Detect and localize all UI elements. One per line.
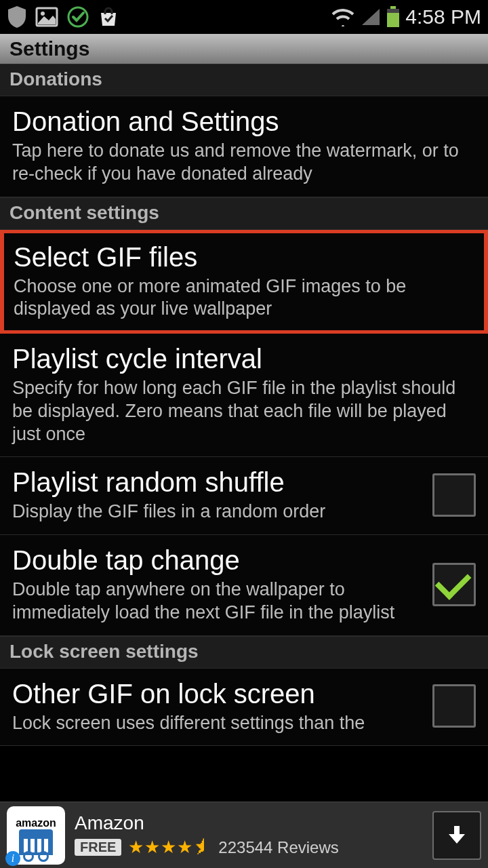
row-desc: Specify for how long each GIF file in th… (12, 377, 476, 446)
download-button[interactable] (432, 811, 481, 860)
row-title: Playlist random shuffle (12, 467, 419, 498)
svg-point-1 (41, 12, 45, 16)
row-lock-other-gif[interactable]: Other GIF on lock screen Lock screen use… (0, 669, 488, 747)
svg-rect-5 (387, 13, 399, 27)
ad-banner[interactable]: amazon i Amazon FREE ★★★★⯨ 223544 Review… (0, 802, 488, 868)
row-desc: Double tap anywhere on the wallpaper to … (12, 578, 419, 625)
row-donation-settings[interactable]: Donation and Settings Tap here to donate… (0, 96, 488, 197)
status-time: 4:58 PM (405, 5, 481, 28)
checkbox-lock-other-gif[interactable] (432, 684, 476, 728)
ad-stars: ★★★★⯨ (128, 837, 211, 858)
svg-rect-3 (390, 6, 396, 9)
cell-signal-icon (361, 7, 381, 26)
section-lockscreen-header: Lock screen settings (0, 636, 488, 669)
row-desc: Lock screen uses different settings than… (12, 712, 419, 735)
row-select-gif[interactable]: Select GIF files Choose one or more anim… (0, 230, 488, 334)
row-random-shuffle[interactable]: Playlist random shuffle Display the GIF … (0, 457, 488, 535)
picture-icon (35, 7, 58, 27)
row-desc: Choose one or more animated GIF images t… (14, 275, 474, 321)
row-title: Select GIF files (14, 241, 474, 273)
row-title: Other GIF on lock screen (12, 678, 419, 709)
section-content-header: Content settings (0, 197, 488, 230)
row-title: Donation and Settings (12, 106, 476, 137)
ad-body: Amazon FREE ★★★★⯨ 223544 Reviews (75, 812, 423, 858)
battery-icon (386, 6, 400, 28)
status-right: 4:58 PM (331, 5, 481, 28)
ad-title: Amazon (75, 812, 423, 834)
page-title: Settings (0, 34, 488, 64)
row-title: Double tap change (12, 545, 419, 576)
check-circle-icon (66, 5, 89, 28)
ad-price-badge: FREE (75, 839, 121, 856)
row-title: Playlist cycle interval (12, 343, 476, 374)
ad-reviews: 223544 Reviews (218, 838, 338, 857)
row-cycle-interval[interactable]: Playlist cycle interval Specify for how … (0, 334, 488, 457)
status-left (7, 5, 119, 28)
status-bar: 4:58 PM (0, 0, 488, 34)
ad-app-icon: amazon i (7, 806, 65, 865)
section-donations-header: Donations (0, 64, 488, 96)
wifi-icon (331, 7, 355, 26)
checkbox-double-tap[interactable] (432, 563, 476, 606)
info-icon: i (5, 851, 20, 866)
row-desc: Tap here to donate us and remove the wat… (12, 140, 476, 186)
row-desc: Display the GIF files in a random order (12, 500, 419, 524)
shopping-bag-icon (98, 6, 119, 28)
row-double-tap[interactable]: Double tap change Double tap anywhere on… (0, 535, 488, 636)
settings-screen: Settings Donations Donation and Settings… (0, 34, 488, 868)
download-icon (445, 823, 469, 848)
shield-icon (7, 5, 27, 28)
checkbox-random-shuffle[interactable] (432, 473, 476, 517)
